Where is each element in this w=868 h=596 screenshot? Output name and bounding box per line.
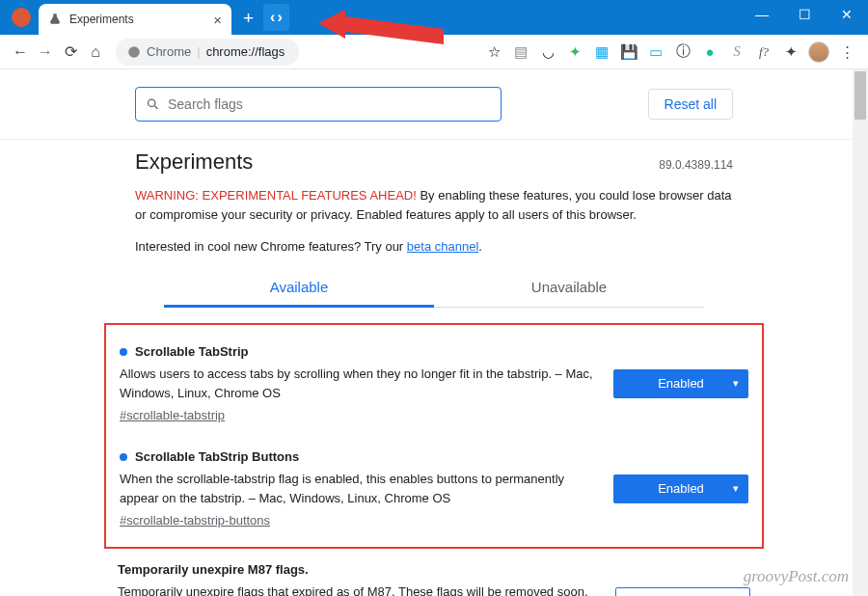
image-icon[interactable]: ▭ xyxy=(644,41,667,64)
pdf-icon[interactable]: ▤ xyxy=(509,41,532,64)
tab-unavailable[interactable]: Unavailable xyxy=(434,269,704,307)
star-icon[interactable]: ☆ xyxy=(482,41,505,64)
scrollbar-track[interactable] xyxy=(853,69,868,596)
forward-button[interactable]: → xyxy=(33,43,58,61)
ext-f-icon[interactable]: f? xyxy=(752,41,775,64)
window-controls: — ☐ ✕ xyxy=(741,0,868,29)
version-text: 89.0.4389.114 xyxy=(659,158,733,172)
flag-description: Temporarily unexpire flags that expired … xyxy=(118,577,596,596)
scroll-left-icon[interactable]: ‹ xyxy=(270,9,275,26)
svg-line-3 xyxy=(154,106,157,109)
address-bar[interactable]: Chrome | chrome://flags xyxy=(116,39,299,66)
chrome-icon xyxy=(127,45,141,59)
flag-item: Temporarily unexpire M87 flags. Temporar… xyxy=(118,558,750,596)
beta-channel-link[interactable]: beta channel xyxy=(407,239,478,254)
flag-item: Scrollable TabStrip Buttons When the scr… xyxy=(120,440,748,531)
svg-point-1 xyxy=(128,46,140,58)
minimize-button[interactable]: — xyxy=(741,0,783,29)
reload-button[interactable]: ⟳ xyxy=(58,42,83,61)
save-icon[interactable]: 💾 xyxy=(617,41,640,64)
browser-titlebar: Experiments × + ‹ › — ☐ ✕ xyxy=(0,0,868,35)
tabstrip-scroll-buttons[interactable]: ‹ › xyxy=(263,4,289,31)
search-row: Reset all xyxy=(0,69,868,140)
flag-select[interactable]: Default xyxy=(615,587,750,597)
flag-select[interactable]: Enabled xyxy=(613,369,748,398)
info-icon[interactable]: ⓘ xyxy=(671,41,694,64)
flag-title: Temporarily unexpire M87 flags. xyxy=(118,562,309,577)
highlight-box: Scrollable TabStrip Allows users to acce… xyxy=(104,323,764,549)
scroll-right-icon[interactable]: › xyxy=(277,9,282,26)
close-window-button[interactable]: ✕ xyxy=(826,0,868,29)
duckduckgo-icon xyxy=(12,8,31,27)
extensions-icon[interactable]: ✦ xyxy=(779,41,802,64)
microsoft-icon[interactable]: ▦ xyxy=(590,41,613,64)
flag-anchor-link[interactable]: #scrollable-tabstrip-buttons xyxy=(120,513,270,528)
tab-available[interactable]: Available xyxy=(164,269,434,308)
page-title: Experiments xyxy=(135,149,253,175)
search-input[interactable] xyxy=(168,96,491,112)
back-button[interactable]: ← xyxy=(8,43,33,61)
flag-title: Scrollable TabStrip xyxy=(135,344,249,359)
svg-point-2 xyxy=(148,99,154,106)
flag-select[interactable]: Enabled xyxy=(613,474,748,503)
home-button[interactable]: ⌂ xyxy=(83,43,108,61)
tab-title: Experiments xyxy=(69,13,213,26)
scrollbar-thumb[interactable] xyxy=(854,71,866,120)
browser-tab[interactable]: Experiments × xyxy=(39,4,231,35)
beta-text: Interested in cool new Chrome features? … xyxy=(0,230,868,269)
search-flags-box[interactable] xyxy=(135,87,502,122)
browser-toolbar: ← → ⟳ ⌂ Chrome | chrome://flags ☆ ▤ ◡ ✦ … xyxy=(0,35,868,69)
address-scheme: Chrome xyxy=(147,44,191,59)
new-tab-button[interactable]: + xyxy=(243,8,254,29)
maximize-button[interactable]: ☐ xyxy=(783,0,826,29)
flag-title: Scrollable TabStrip Buttons xyxy=(135,449,299,464)
reset-all-button[interactable]: Reset all xyxy=(648,89,733,120)
search-icon xyxy=(146,96,160,112)
grammarly-icon[interactable]: ● xyxy=(698,41,721,64)
close-tab-icon[interactable]: × xyxy=(213,12,222,28)
flask-icon xyxy=(48,13,62,26)
warning-red: WARNING: EXPERIMENTAL FEATURES AHEAD! xyxy=(135,188,417,203)
page-content: Reset all Experiments 89.0.4389.114 WARN… xyxy=(0,69,868,596)
address-url: chrome://flags xyxy=(206,44,285,59)
pocket-icon[interactable]: ◡ xyxy=(536,41,559,64)
warning-text: WARNING: EXPERIMENTAL FEATURES AHEAD! By… xyxy=(0,180,868,230)
heading-row: Experiments 89.0.4389.114 xyxy=(0,140,868,180)
modified-dot-icon xyxy=(120,453,127,461)
flag-description: Allows users to access tabs by scrolling… xyxy=(120,359,594,408)
flag-anchor-link[interactable]: #scrollable-tabstrip xyxy=(120,408,225,422)
ext-s-icon[interactable]: S xyxy=(725,41,748,64)
evernote-icon[interactable]: ✦ xyxy=(563,41,586,64)
flag-item: Scrollable TabStrip Allows users to acce… xyxy=(120,335,748,440)
menu-icon[interactable]: ⋮ xyxy=(835,41,858,64)
profile-avatar[interactable] xyxy=(808,41,829,63)
tabs-row: Available Unavailable xyxy=(164,269,704,308)
modified-dot-icon xyxy=(120,348,127,356)
flag-description: When the scrollable-tabstrip flag is ena… xyxy=(120,464,594,513)
